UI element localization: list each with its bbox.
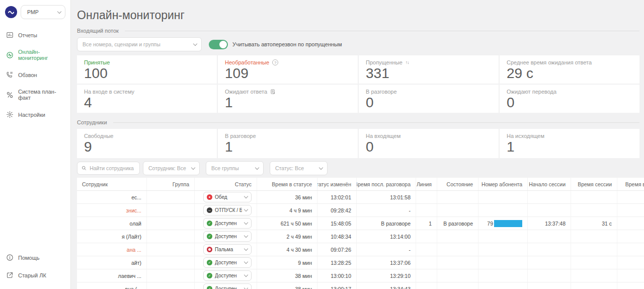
sidebar-item-help[interactable]: Помощь	[0, 249, 70, 266]
line-number	[416, 282, 437, 289]
session-time	[571, 243, 617, 256]
employee-group	[146, 282, 194, 289]
stat-label: Свободные	[84, 133, 210, 139]
brand-logo	[5, 6, 17, 18]
stat-value: 331	[366, 65, 492, 82]
stat-label: Необработанные	[225, 59, 269, 65]
sidebar: PMP Отчеты Онлайн-мониторинг Обзвон Сист…	[0, 0, 71, 289]
employee-name: ана ...	[77, 243, 146, 256]
session-time	[571, 230, 617, 243]
status-icon	[207, 247, 212, 252]
sidebar-item-settings[interactable]: Настройки	[0, 106, 70, 123]
status-select[interactable]: Доступен	[203, 218, 252, 229]
stat-card-emp-in-call: В разговоре 1	[218, 129, 358, 158]
status-changed: 13:02:01	[317, 191, 356, 203]
status-select[interactable]: ОТПУСК / Больничн	[203, 205, 252, 215]
missed-calls-sort-icon[interactable]: ↑↓	[406, 60, 409, 65]
numbers-scenarios-select[interactable]: Все номера, сценарии и группы	[77, 37, 202, 51]
call-state	[437, 243, 478, 256]
stat-value: 29 с	[507, 65, 632, 82]
session-start	[527, 191, 571, 203]
status-select[interactable]: Доступен	[203, 257, 252, 268]
stat-card-entering: На входе в систему 4	[77, 85, 217, 113]
status-filter-value: Статус: Все	[275, 165, 304, 171]
time-in-status: 621 ч 50 мин	[257, 217, 317, 230]
monitoring-icon	[6, 51, 14, 59]
autocallback-toggle[interactable]	[209, 40, 228, 49]
status-select[interactable]: Обед	[203, 192, 252, 202]
employee-group	[146, 256, 194, 269]
sidebar-item-label: Настройки	[18, 112, 45, 118]
status-select[interactable]: Доступен	[203, 283, 252, 289]
status-select[interactable]: Доступен	[203, 231, 252, 242]
call-state: В разговоре	[437, 217, 478, 230]
sidebar-item-label: Старый ЛК	[18, 272, 46, 278]
settings-icon	[6, 111, 14, 118]
employee-filter-select[interactable]: Сотрудник: Все	[143, 161, 200, 175]
org-selector[interactable]: PMP	[21, 5, 65, 19]
chevron-down-icon	[244, 221, 248, 225]
chevron-down-icon	[244, 194, 248, 198]
session-time: 31 с	[571, 217, 617, 230]
status-select-label: Доступен	[215, 273, 242, 278]
last-call-time: -	[356, 243, 416, 256]
employee-name: я (Лайт)	[77, 230, 146, 243]
sidebar-item-online-monitoring[interactable]: Онлайн-мониторинг	[0, 44, 70, 66]
line-number	[416, 243, 437, 256]
sidebar-item-reports[interactable]: Отчеты	[0, 26, 70, 44]
status-select-label: Доступен	[215, 221, 242, 226]
incoming-section-header: Входящий поток	[77, 27, 639, 34]
session-start	[527, 204, 571, 216]
chevron-down-icon	[244, 207, 248, 211]
col-time-in-status: Время в статусе	[257, 178, 317, 190]
session-time	[571, 282, 617, 289]
last-call-time: 13:34:43	[356, 282, 416, 289]
status-icon	[207, 234, 212, 239]
status-select[interactable]: Пальма	[203, 244, 252, 255]
col-line: Линия	[416, 178, 437, 190]
stat-value: 100	[84, 65, 210, 82]
employee-name: вна (...	[77, 282, 146, 289]
search-input[interactable]	[90, 165, 135, 171]
plan-fact-icon	[6, 91, 14, 99]
sidebar-item-old-account[interactable]: Старый ЛК	[0, 266, 70, 284]
employee-group	[146, 217, 194, 230]
employee-filter-value: Сотрудник: Все	[148, 165, 186, 171]
status-filter-select[interactable]: Статус: Все	[270, 161, 328, 175]
help-icon[interactable]: ?	[272, 59, 278, 65]
call-state	[437, 191, 478, 203]
groups-filter-select[interactable]: Все группы	[206, 161, 264, 175]
queue-icon	[270, 89, 276, 95]
section-divider	[113, 122, 639, 123]
stat-card-on-outbound: На исходящем 1	[500, 129, 639, 158]
status-changed: 09:07:26	[317, 243, 356, 256]
status-changed: 13:28:25	[317, 256, 356, 269]
employee-group	[146, 230, 194, 243]
stat-label: В разговоре	[366, 89, 492, 95]
subscriber-number-prefix: 79	[487, 221, 493, 227]
reports-icon	[6, 31, 14, 39]
stat-label: Принятые	[84, 59, 210, 65]
time-in-status: 36 мин	[257, 191, 317, 203]
employee-table-body: ес... Обед 36 мин 13:02:01 13:01:58 знис…	[77, 191, 644, 289]
chevron-down-icon	[193, 41, 197, 45]
employee-group	[146, 269, 194, 282]
employee-name: олай	[77, 217, 146, 230]
external-link-icon	[6, 271, 14, 279]
time-in-status: 9 мин	[257, 256, 317, 269]
sidebar-item-plan-fact[interactable]: Система план-факт	[0, 84, 70, 106]
col-last-call: Время посл. разговора	[356, 178, 416, 190]
sidebar-item-label: Обзвон	[18, 72, 37, 78]
session-time	[571, 191, 617, 203]
employees-section-header: Сотрудники	[77, 119, 639, 126]
table-row: лаевич ... Доступен 38 мин 13:00:10 13:2…	[77, 269, 644, 282]
chevron-down-icon	[244, 273, 248, 277]
sidebar-item-dialer[interactable]: Обзвон	[0, 66, 70, 84]
status-changed: 13:00:17	[317, 282, 356, 289]
stat-label: Ожидают перевода	[507, 89, 632, 95]
line-number	[416, 269, 437, 282]
line-number	[416, 191, 437, 203]
call-state	[437, 269, 478, 282]
time-in-call	[617, 282, 644, 289]
status-select[interactable]: Доступен	[203, 270, 252, 281]
